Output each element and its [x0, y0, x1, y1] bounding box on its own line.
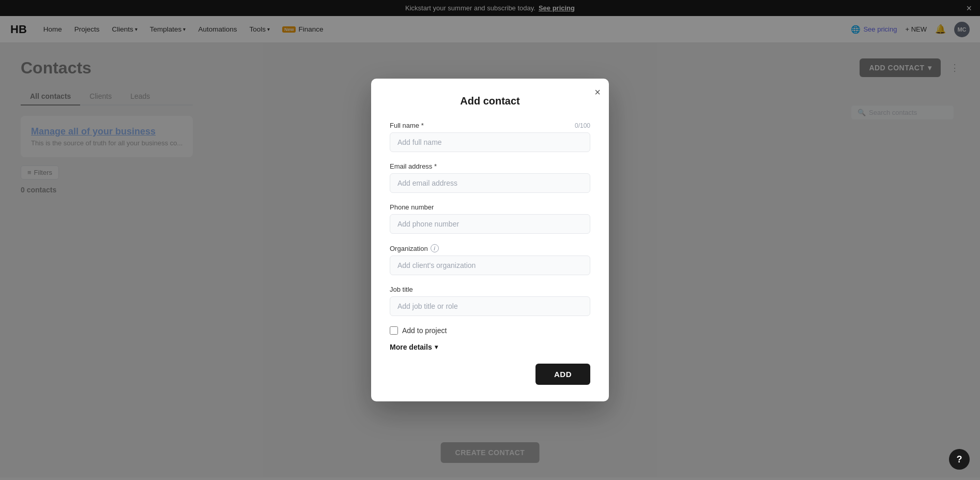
full-name-label: Full name * 0/100 [390, 122, 590, 129]
add-to-project-row: Add to project [390, 326, 590, 335]
email-group: Email address * [390, 162, 590, 193]
add-to-project-label[interactable]: Add to project [402, 326, 447, 335]
organization-group: Organization i [390, 244, 590, 275]
modal-close-button[interactable]: × [594, 87, 601, 97]
phone-input[interactable] [390, 214, 590, 234]
email-label: Email address * [390, 162, 590, 170]
modal-title: Add contact [390, 95, 590, 107]
full-name-input[interactable] [390, 132, 590, 152]
email-input[interactable] [390, 173, 590, 193]
modal-overlay[interactable]: Add contact × Full name * 0/100 Email ad… [0, 0, 980, 480]
phone-label: Phone number [390, 203, 590, 211]
job-title-label: Job title [390, 286, 590, 293]
full-name-group: Full name * 0/100 [390, 122, 590, 152]
modal-footer: ADD [390, 364, 590, 385]
char-count: 0/100 [575, 122, 590, 129]
more-details-button[interactable]: More details ▾ [390, 343, 438, 351]
job-title-group: Job title [390, 286, 590, 316]
organization-input[interactable] [390, 256, 590, 275]
add-to-project-checkbox[interactable] [390, 326, 398, 335]
add-button[interactable]: ADD [535, 364, 590, 385]
help-button[interactable]: ? [949, 449, 970, 470]
phone-group: Phone number [390, 203, 590, 234]
organization-label: Organization i [390, 244, 590, 252]
job-title-input[interactable] [390, 296, 590, 316]
more-details-chevron-icon: ▾ [435, 343, 438, 351]
organization-info-icon[interactable]: i [431, 244, 439, 252]
add-contact-modal: Add contact × Full name * 0/100 Email ad… [371, 79, 609, 401]
